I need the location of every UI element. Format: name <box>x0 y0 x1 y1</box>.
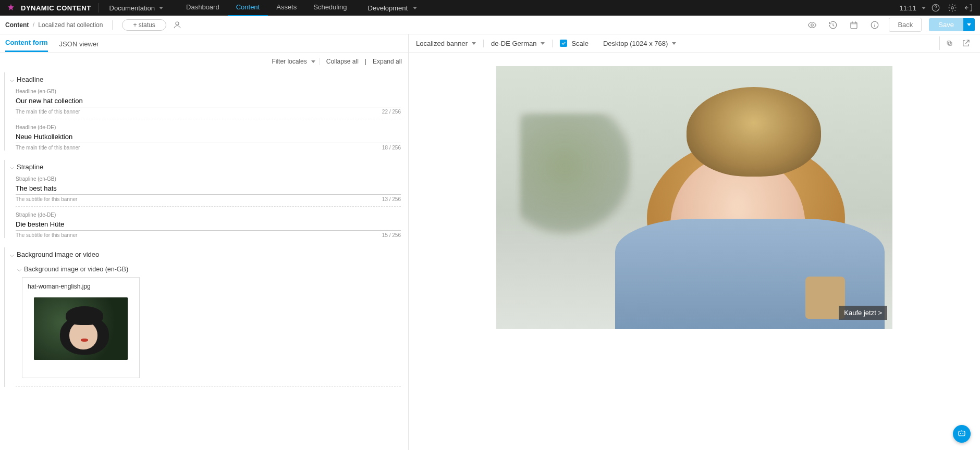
preview-pane: Localized banner de-DE German Scale Desk… <box>409 34 980 450</box>
field-help: The subtitle for this banner <box>16 232 77 238</box>
locale-dropdown[interactable]: de-DE German <box>491 40 553 47</box>
field-label: Headline (de-DE) <box>16 124 401 130</box>
preview-stage: Kaufe jetzt > <box>409 53 980 450</box>
documentation-label: Documentation <box>109 4 155 12</box>
image-card-en[interactable]: hat-woman-english.jpg <box>22 277 140 378</box>
page-subbar: Content / Localized hat collection + sta… <box>0 16 980 34</box>
field-help: The subtitle for this banner <box>16 196 77 202</box>
caret-down-icon <box>472 42 476 45</box>
expand-all-link[interactable]: Expand all <box>373 58 402 65</box>
content-area: Content form JSON viewer Filter locales … <box>0 34 980 450</box>
svg-point-11 <box>962 433 963 434</box>
clock-dropdown[interactable]: 11:11 <box>899 4 926 12</box>
tab-json-viewer[interactable]: JSON viewer <box>59 40 99 52</box>
group-background: Background image or video Background ima… <box>4 247 406 387</box>
svg-point-4 <box>811 23 814 26</box>
headline-de-input[interactable] <box>16 131 401 143</box>
preview-eye-icon[interactable] <box>805 18 819 32</box>
settings-icon[interactable] <box>946 1 959 15</box>
group-strapline-toggle[interactable]: Strapline <box>8 160 401 176</box>
banner-preview: Kaufe jetzt > <box>496 66 892 329</box>
collapse-all-link[interactable]: Collapse all <box>326 58 359 65</box>
image-filename: hat-woman-english.jpg <box>28 283 134 290</box>
help-icon[interactable] <box>929 1 942 15</box>
environment-label: Development <box>368 4 408 12</box>
separator <box>99 3 99 12</box>
documentation-dropdown[interactable]: Documentation <box>106 4 166 12</box>
save-dropdown-toggle[interactable] <box>963 18 975 31</box>
group-headline-title: Headline <box>17 76 43 83</box>
scale-toggle[interactable]: Scale <box>560 40 596 47</box>
caret-down-icon <box>922 7 926 9</box>
field-label: Strapline (en-GB) <box>16 176 401 182</box>
checkbox-checked-icon <box>560 40 567 47</box>
char-count: 18 / 256 <box>382 145 401 151</box>
group-headline-toggle[interactable]: Headline <box>8 72 401 89</box>
group-strapline: Strapline Strapline (en-GB) The subtitle… <box>4 160 406 238</box>
editor-pane: Content form JSON viewer Filter locales … <box>0 34 409 450</box>
info-icon[interactable] <box>868 18 881 32</box>
environment-dropdown[interactable]: Development <box>368 4 418 12</box>
char-count: 13 / 256 <box>382 196 401 202</box>
calendar-icon[interactable] <box>847 18 861 32</box>
svg-rect-7 <box>948 42 952 46</box>
preview-toolbar: Localized banner de-DE German Scale Desk… <box>409 34 980 53</box>
group-background-title: Background image or video <box>17 251 99 258</box>
caret-down-icon <box>672 42 676 45</box>
visualization-dropdown[interactable]: Localized banner <box>416 40 484 47</box>
locale-label: de-DE German <box>491 40 536 47</box>
brand-title: DYNAMIC CONTENT <box>21 4 91 12</box>
save-button[interactable]: Save <box>929 18 963 31</box>
tab-content-form[interactable]: Content form <box>5 39 48 52</box>
svg-rect-5 <box>851 22 857 28</box>
primary-nav: Dashboard Content Assets Scheduling <box>178 0 356 16</box>
device-dropdown[interactable]: Desktop (1024 x 768) <box>603 40 683 47</box>
svg-point-10 <box>960 433 961 434</box>
subgroup-bg-en-toggle[interactable]: Background image or video (en-GB) <box>8 264 401 277</box>
filter-locales-dropdown[interactable]: Filter locales <box>272 58 320 65</box>
chevron-down-icon <box>16 267 21 272</box>
nav-dashboard[interactable]: Dashboard <box>178 0 228 16</box>
chat-fab-icon[interactable] <box>953 425 971 443</box>
caret-down-icon <box>541 42 545 45</box>
field-headline-de: Headline (de-DE) The main title of this … <box>16 124 401 151</box>
separator <box>16 206 401 207</box>
group-background-toggle[interactable]: Background image or video <box>8 247 401 264</box>
field-strapline-en: Strapline (en-GB) The subtitle for this … <box>16 176 401 202</box>
back-button[interactable]: Back <box>889 18 922 32</box>
assignee-icon[interactable] <box>172 19 183 31</box>
toolbar-sep: | <box>365 58 366 65</box>
add-status-button[interactable]: + status <box>122 19 166 31</box>
breadcrumb-current: Localized hat collection <box>38 21 103 29</box>
headline-en-input[interactable] <box>16 95 401 107</box>
nav-content[interactable]: Content <box>228 0 268 16</box>
history-icon[interactable] <box>826 18 840 32</box>
separator <box>16 386 401 387</box>
field-strapline-de: Strapline (de-DE) The subtitle for this … <box>16 212 401 238</box>
caret-down-icon <box>413 7 417 9</box>
open-external-icon[interactable] <box>959 36 973 50</box>
breadcrumb-sep: / <box>33 21 34 29</box>
scale-label: Scale <box>571 40 589 47</box>
strapline-en-input[interactable] <box>16 183 401 195</box>
separator <box>16 119 401 119</box>
svg-point-3 <box>176 22 179 25</box>
svg-point-2 <box>951 7 954 9</box>
nav-scheduling[interactable]: Scheduling <box>305 0 355 16</box>
topbar: DYNAMIC CONTENT Documentation Dashboard … <box>0 0 980 16</box>
banner-cta-button[interactable]: Kaufe jetzt > <box>839 306 887 320</box>
chevron-down-icon <box>8 165 14 170</box>
filter-locales-label: Filter locales <box>272 58 307 65</box>
strapline-de-input[interactable] <box>16 219 401 231</box>
svg-rect-9 <box>959 431 965 436</box>
form-scroll[interactable]: Headline Headline (en-GB) The main title… <box>0 68 408 450</box>
logout-icon[interactable] <box>962 1 976 15</box>
editor-tabs: Content form JSON viewer <box>0 34 408 53</box>
svg-rect-8 <box>947 41 951 45</box>
breadcrumb-root[interactable]: Content <box>5 21 29 29</box>
image-thumbnail <box>34 297 128 360</box>
copy-icon[interactable] <box>939 36 953 50</box>
save-split-button: Save <box>929 18 975 31</box>
nav-assets[interactable]: Assets <box>268 0 305 16</box>
svg-point-1 <box>936 9 936 10</box>
